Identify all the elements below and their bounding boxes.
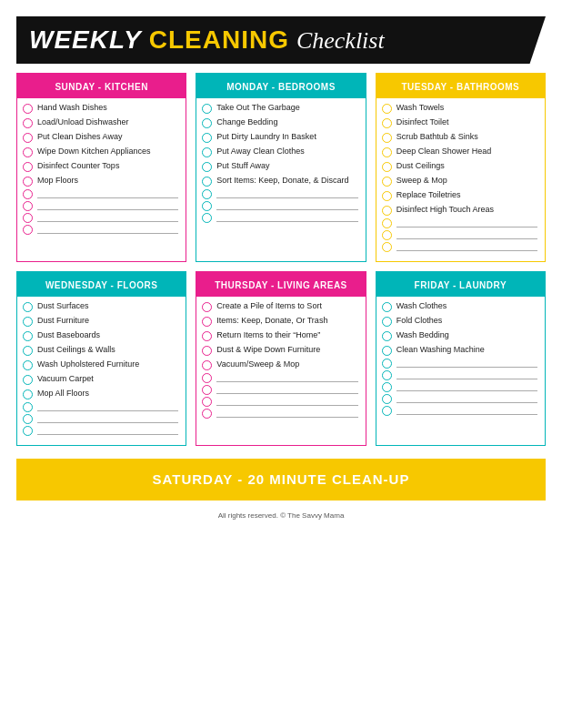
checkbox-circle[interactable] [202,177,212,187]
checkbox-circle[interactable] [382,346,392,356]
card-body-monday: Take Out The GarbageChange BeddingPut Di… [196,98,365,227]
checkbox-circle[interactable] [23,331,33,341]
list-item[interactable]: Items: Keep, Donate, Or Trash [202,315,357,328]
blank-circle [382,370,392,380]
list-item[interactable]: Vacuum/Sweep & Mop [202,359,357,371]
list-item[interactable]: Dust Furniture [23,315,178,328]
checkbox-circle[interactable] [202,302,212,312]
list-item[interactable]: Hand Wash Dishes [23,102,178,115]
list-item[interactable]: Put Clean Dishes Away [23,131,178,144]
blank-line [202,189,357,199]
checkbox-circle[interactable] [202,118,212,128]
item-label: Mop Floors [37,176,78,187]
item-label: Sweep & Mop [396,176,447,187]
checkbox-circle[interactable] [382,206,392,216]
checkbox-circle[interactable] [23,317,33,327]
list-item[interactable]: Dust & Wipe Down Furniture [202,344,357,357]
list-item[interactable]: Mop All Floors [23,388,178,400]
item-label: Items: Keep, Donate, Or Trash [216,316,327,327]
saturday-banner: Saturday - 20 Minute Clean-Up [16,459,546,500]
list-item[interactable]: Dust Baseboards [23,329,178,342]
checkbox-circle[interactable] [382,302,392,312]
list-item[interactable]: Vacuum Carpet [23,373,178,386]
blank-line [23,189,178,199]
blank-circle [23,402,33,412]
checkbox-circle[interactable] [202,317,212,327]
checkbox-circle[interactable] [23,162,33,172]
blank-circle [202,397,212,407]
blank-circle [23,213,33,223]
blank-circle [382,218,392,228]
list-item[interactable]: Load/Unload Dishwasher [23,116,178,129]
checkbox-circle[interactable] [23,147,33,157]
checkbox-circle[interactable] [23,389,33,399]
item-label: Disinfect Counter Tops [37,161,119,172]
list-item[interactable]: Change Bedding [202,116,357,129]
list-item[interactable]: Dust Ceilings [382,160,537,173]
list-item[interactable]: Wipe Down Kitchen Appliances [23,146,178,158]
blank-bar [396,390,537,391]
checkbox-circle[interactable] [23,346,33,356]
list-item[interactable]: Put Stuff Away [202,160,357,173]
list-item[interactable]: Replace Toiletries [382,189,537,202]
checkbox-circle[interactable] [382,147,392,157]
checkbox-circle[interactable] [202,147,212,157]
item-label: Clean Washing Machine [396,345,485,356]
list-item[interactable]: Dust Ceilings & Walls [23,344,178,357]
checkbox-circle[interactable] [382,104,392,114]
checkbox-circle[interactable] [23,360,33,370]
blank-bar [216,221,357,222]
list-item[interactable]: Mop Floors [23,175,178,187]
item-label: Dust Ceilings [396,161,445,172]
list-item[interactable]: Put Away Clean Clothes [202,146,357,158]
list-item[interactable]: Wash Upholstered Furniture [23,359,178,371]
card-monday: Monday - BedroomsTake Out The GarbageCha… [196,73,366,262]
item-label: Deep Clean Shower Head [396,147,492,157]
top-row: Sunday - KitchenHand Wash DishesLoad/Unl… [16,73,546,262]
checkbox-circle[interactable] [23,302,33,312]
item-label: Fold Clothes [396,316,443,327]
checkbox-circle[interactable] [382,133,392,143]
list-item[interactable]: Create a Pile of Items to Sort [202,300,357,313]
list-item[interactable]: Wash Towels [382,102,537,115]
checkbox-circle[interactable] [23,118,33,128]
list-item[interactable]: Fold Clothes [382,315,537,328]
list-item[interactable]: Disinfect High Touch Areas [382,204,537,217]
list-item[interactable]: Sweep & Mop [382,175,537,187]
card-body-wednesday: Dust SurfacesDust FurnitureDust Baseboar… [17,297,186,440]
header-checklist: Checklist [296,27,385,55]
list-item[interactable]: Wash Clothes [382,300,537,313]
checkbox-circle[interactable] [23,177,33,187]
list-item[interactable]: Scrub Bathtub & Sinks [382,131,537,144]
list-item[interactable]: Clean Washing Machine [382,344,537,357]
list-item[interactable]: Disinfect Toilet [382,116,537,129]
blank-circle [382,230,392,240]
list-item[interactable]: Return Items to their “Home” [202,329,357,342]
blank-circle [382,359,392,369]
checkbox-circle[interactable] [382,317,392,327]
checkbox-circle[interactable] [382,162,392,172]
list-item[interactable]: Disinfect Counter Tops [23,160,178,173]
checkbox-circle[interactable] [202,104,212,114]
item-label: Vacuum Carpet [37,374,94,385]
checkbox-circle[interactable] [202,133,212,143]
checkbox-circle[interactable] [382,177,392,187]
checkbox-circle[interactable] [202,360,212,370]
checkbox-circle[interactable] [202,346,212,356]
checkbox-circle[interactable] [23,104,33,114]
list-item[interactable]: Take Out The Garbage [202,102,357,115]
blank-circle [202,409,212,419]
list-item[interactable]: Put Dirty Laundry In Basket [202,131,357,144]
checkbox-circle[interactable] [23,375,33,385]
checkbox-circle[interactable] [202,331,212,341]
list-item[interactable]: Deep Clean Shower Head [382,146,537,158]
checkbox-circle[interactable] [382,191,392,201]
checkbox-circle[interactable] [382,331,392,341]
list-item[interactable]: Wash Bedding [382,329,537,342]
list-item[interactable]: Dust Surfaces [23,300,178,313]
checkbox-circle[interactable] [202,162,212,172]
list-item[interactable]: Sort Items: Keep, Donate, & Discard [202,175,357,187]
checkbox-circle[interactable] [382,118,392,128]
checkbox-circle[interactable] [23,133,33,143]
blank-bar [216,381,357,382]
